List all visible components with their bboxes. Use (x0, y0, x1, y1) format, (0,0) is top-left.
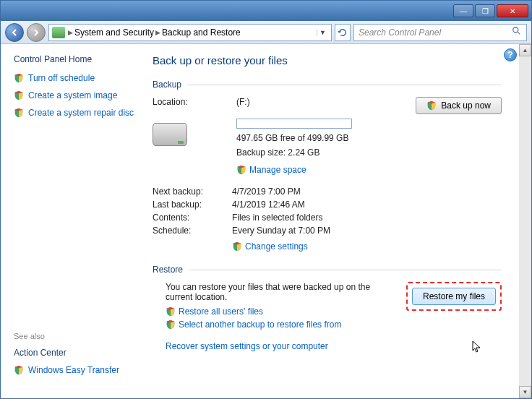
page-title: Back up or restore your files (153, 54, 502, 66)
search-icon (512, 26, 522, 38)
back-button[interactable] (5, 23, 24, 42)
search-input[interactable]: Search Control Panel (353, 24, 527, 41)
titlebar: — ❐ ✕ (1, 1, 531, 21)
chevron-right-icon: ▶ (155, 29, 160, 36)
shield-icon (14, 90, 24, 100)
location-value: (F:) (236, 97, 381, 107)
sidebar: Control Panel Home Turn off schedule Cre… (1, 44, 145, 398)
help-icon[interactable]: ? (504, 48, 517, 61)
change-settings-link[interactable]: Change settings (232, 241, 502, 252)
scroll-up-button[interactable]: ▲ (519, 44, 531, 56)
window: — ❐ ✕ ▶ System and Security ▶ Backup and… (0, 0, 532, 399)
restore-highlight: Restore my files (406, 282, 502, 311)
chevron-right-icon: ▶ (68, 29, 73, 36)
next-backup-value: 4/7/2019 7:00 PM (232, 186, 502, 197)
main-panel: Back up or restore your files Backup Loc… (145, 44, 519, 398)
manage-space-link[interactable]: Manage space (236, 165, 381, 175)
contents-label: Contents: (153, 213, 232, 223)
restore-description: You can restore your files that were bac… (166, 282, 398, 302)
content-body: ? Control Panel Home Turn off schedule C… (1, 44, 531, 398)
see-also-label: See also (14, 332, 138, 340)
close-button[interactable]: ✕ (497, 4, 528, 17)
svg-line-1 (518, 32, 520, 35)
free-space-text: 497.65 GB free of 499.99 GB (236, 133, 381, 143)
schedule-label: Schedule: (153, 226, 232, 236)
sidebar-link-create-repair-disc[interactable]: Create a system repair disc (14, 108, 138, 118)
restore-my-files-button[interactable]: Restore my files (412, 288, 496, 305)
backup-section-header: Backup (153, 80, 502, 90)
disk-icon (153, 123, 187, 146)
restore-all-users-link[interactable]: Restore all users' files (166, 306, 398, 317)
recover-system-link[interactable]: Recover system settings or your computer (153, 341, 502, 351)
breadcrumb-segment[interactable]: Backup and Restore (162, 27, 241, 38)
breadcrumb[interactable]: ▶ System and Security ▶ Backup and Resto… (48, 24, 332, 41)
scrollbar[interactable]: ▲ ▼ (519, 44, 531, 398)
scroll-thumb[interactable] (519, 56, 531, 386)
refresh-button[interactable] (335, 24, 351, 41)
restore-section-header: Restore (153, 265, 502, 275)
next-backup-label: Next backup: (153, 186, 232, 197)
address-dropdown-icon[interactable]: ▼ (317, 29, 328, 36)
shield-icon (232, 241, 242, 252)
sidebar-link-turn-off-schedule[interactable]: Turn off schedule (14, 73, 138, 83)
shield-icon (426, 100, 437, 111)
control-panel-home-link[interactable]: Control Panel Home (14, 54, 138, 64)
space-progress-bar (236, 119, 352, 129)
scroll-down-button[interactable]: ▼ (519, 386, 531, 398)
action-center-link[interactable]: Action Center (14, 348, 138, 358)
windows-easy-transfer-link[interactable]: Windows Easy Transfer (14, 365, 138, 375)
control-panel-icon (52, 27, 65, 38)
sidebar-link-create-system-image[interactable]: Create a system image (14, 90, 138, 100)
breadcrumb-segment[interactable]: System and Security (74, 27, 154, 38)
last-backup-value: 4/1/2019 12:46 AM (232, 200, 502, 210)
back-up-now-button[interactable]: Back up now (416, 97, 502, 114)
forward-button[interactable] (27, 23, 46, 42)
shield-icon (166, 319, 176, 330)
last-backup-label: Last backup: (153, 200, 232, 210)
svg-point-0 (513, 27, 518, 33)
contents-value: Files in selected folders (232, 213, 502, 223)
shield-icon (166, 306, 176, 317)
minimize-button[interactable]: — (453, 4, 473, 17)
shield-icon (14, 73, 24, 83)
maximize-button[interactable]: ❐ (475, 4, 495, 17)
address-bar: ▶ System and Security ▶ Backup and Resto… (1, 21, 531, 44)
location-label: Location: (153, 97, 232, 107)
schedule-value: Every Sunday at 7:00 PM (232, 226, 502, 236)
select-another-backup-link[interactable]: Select another backup to restore files f… (166, 319, 398, 330)
shield-icon (14, 365, 24, 375)
shield-icon (14, 108, 24, 118)
search-placeholder: Search Control Panel (359, 27, 441, 38)
shield-icon (236, 165, 246, 175)
backup-size-text: Backup size: 2.24 GB (236, 147, 381, 158)
